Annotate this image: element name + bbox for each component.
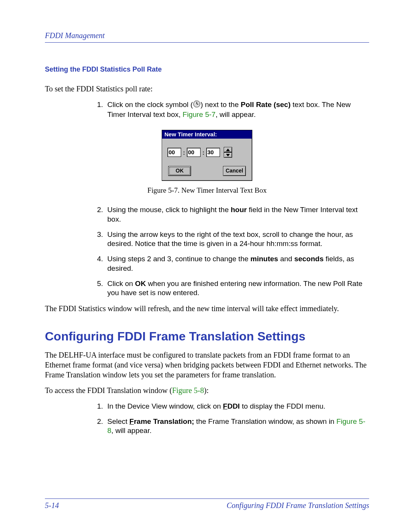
running-header: FDDI Management (45, 31, 369, 43)
step-text: Select (107, 417, 129, 425)
cancel-button[interactable]: Cancel (223, 166, 246, 176)
chapter-title: FDDI Management (45, 31, 105, 40)
step-text: , will appear. (215, 110, 256, 118)
bold-label: minutes (250, 255, 278, 263)
text-fragment: To access the FDDI Translation window ( (45, 386, 172, 395)
steps-list-1: Click on the clock symbol () next to the… (94, 100, 369, 120)
step-text: when you are finished entering new infor… (107, 280, 362, 297)
step-text: and (278, 255, 294, 263)
spinner-down-button[interactable] (224, 152, 232, 158)
bold-label: hour (231, 206, 247, 214)
step-text: Using the arrow keys to the right of the… (107, 230, 353, 248)
bold-rest: rame Translation; (134, 417, 194, 425)
figure-5-7: New Timer Interval: 00 : 00 : 30 (45, 130, 369, 181)
bold-label: Poll Rate (sec) (241, 101, 291, 109)
steps-list-2: Using the mouse, click to highlight the … (94, 205, 369, 298)
figure-reference[interactable]: Figure 5-7 (183, 110, 216, 118)
spinner-up-button[interactable] (224, 147, 232, 152)
intro-text: To set the FDDI Statistics poll rate: (45, 84, 369, 94)
sub-heading: Setting the FDDI Statistics Poll Rate (45, 66, 369, 73)
figure-caption: Figure 5-7. New Timer Interval Text Box (45, 186, 369, 195)
main-heading: Configuring FDDI Frame Translation Setti… (45, 329, 369, 343)
seconds-field[interactable]: 30 (206, 148, 220, 157)
step-text: ) next to the (201, 101, 241, 109)
step-b-1: In the Device View window, click on FDDI… (105, 402, 369, 411)
ok-button[interactable]: OK (168, 166, 191, 176)
step-text: , will appear. (112, 427, 152, 435)
svg-line-2 (197, 104, 198, 104)
step-text: Using steps 2 and 3, continue to change … (107, 255, 250, 263)
step-2: Using the mouse, click to highlight the … (105, 205, 369, 224)
minutes-field[interactable]: 00 (187, 148, 201, 157)
step-text: to display the FDDI menu. (240, 402, 325, 410)
hours-field[interactable]: 00 (167, 148, 181, 157)
new-timer-interval-dialog: New Timer Interval: 00 : 00 : 30 (162, 130, 252, 181)
dialog-title: New Timer Interval: (162, 130, 252, 139)
step-text: In the Device View window, click on (107, 402, 223, 410)
step-text: Click on the clock symbol ( (107, 101, 193, 109)
steps-list-3: In the Device View window, click on FDDI… (94, 402, 369, 436)
body-paragraph: To access the FDDI Translation window (F… (45, 386, 369, 396)
clock-icon (193, 100, 201, 110)
bold-rest: DDI (227, 402, 240, 410)
step-4: Using steps 2 and 3, continue to change … (105, 254, 369, 273)
time-separator: : (202, 149, 205, 156)
step-text: Click on (107, 280, 135, 288)
bold-label: seconds (294, 255, 323, 263)
menu-name: FDDI (223, 402, 240, 410)
page-footer: 5-14 Configuring FDDI Frame Translation … (45, 498, 369, 510)
mnemonic: F (129, 417, 134, 425)
text-fragment: ): (204, 386, 209, 395)
triangle-down-icon (226, 154, 230, 157)
triangle-up-icon (226, 149, 230, 151)
step-text: the Frame Translation window, as shown i… (194, 417, 336, 425)
footer-section-title: Configuring FDDI Frame Translation Setti… (227, 501, 369, 510)
menu-name: Frame Translation; (129, 417, 194, 425)
bold-label: OK (135, 280, 146, 288)
after-text: The FDDI Statistics window will refresh,… (45, 304, 369, 314)
step-text: Using the mouse, click to highlight the (107, 206, 231, 214)
body-paragraph: The DELHF-UA interface must be configure… (45, 350, 369, 380)
step-5: Click on OK when you are finished enteri… (105, 279, 369, 298)
step-1: Click on the clock symbol () next to the… (105, 100, 369, 120)
figure-reference[interactable]: Figure 5-8 (172, 386, 204, 395)
time-spinner (224, 147, 232, 158)
page-number: 5-14 (45, 501, 59, 510)
step-b-2: Select Frame Translation; the Frame Tran… (105, 417, 369, 436)
step-3: Using the arrow keys to the right of the… (105, 230, 369, 249)
time-row: 00 : 00 : 30 (167, 147, 247, 158)
mnemonic: F (223, 402, 228, 410)
time-separator: : (183, 149, 185, 156)
